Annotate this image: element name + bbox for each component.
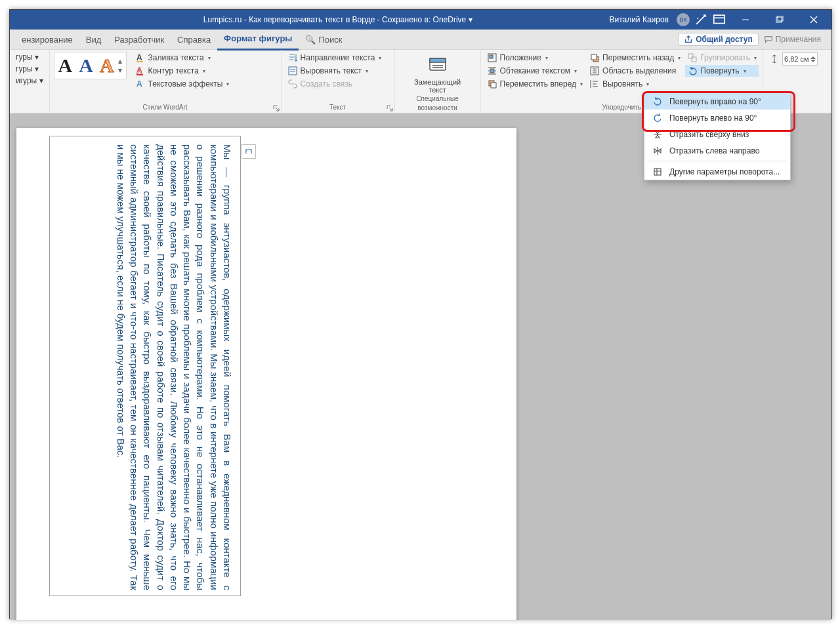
text-fill-button[interactable]: AЗаливка текста▾	[133, 52, 232, 64]
accessibility-group-label: Специальные возможности	[399, 94, 476, 113]
flip-vertical[interactable]: Отразить сверху вниз	[644, 126, 790, 142]
shapes-btn-3[interactable]: игуры ▾	[14, 75, 45, 86]
text-direction-icon	[287, 52, 298, 63]
svg-rect-6	[136, 74, 143, 75]
text-effects-button[interactable]: AТекстовые эффекты▾	[133, 78, 232, 90]
ribbon-display-icon[interactable]	[712, 12, 726, 27]
flip-horizontal[interactable]: Отразить слева направо	[644, 142, 790, 159]
wordart-preset-2[interactable]: A	[79, 54, 93, 77]
svg-rect-8	[289, 67, 297, 75]
wrap-icon	[487, 66, 497, 76]
save-location[interactable]: - Сохранено в: OneDrive ▾	[375, 15, 472, 24]
height-spinner[interactable]	[810, 56, 816, 62]
document-area[interactable]: Мы — группа энтузиастов, одержимых идеей…	[10, 113, 831, 620]
position-label: Положение	[500, 53, 541, 62]
align-label: Выровнять	[602, 79, 642, 89]
user-avatar[interactable]: ВК	[677, 13, 690, 26]
forward-icon	[487, 79, 497, 89]
selection-label: Область выделения	[602, 66, 676, 75]
create-link-button[interactable]: Создать связь	[285, 78, 384, 90]
titlebar: Lumpics.ru - Как переворачивать текст в …	[10, 10, 831, 30]
maximize-button[interactable]	[765, 10, 795, 30]
group-text: Направление текста▾ Выровнять текст▾ Соз…	[282, 50, 395, 113]
alt-text-button[interactable]: Замещающий текст	[413, 52, 463, 94]
share-label: Общий доступ	[696, 35, 753, 44]
svg-rect-13	[490, 69, 494, 73]
tab-review[interactable]: ензирование	[15, 30, 79, 49]
text-outline-icon: A	[135, 66, 146, 76]
layout-options-button[interactable]	[242, 144, 256, 159]
text-effects-label: Текстовые эффекты	[148, 79, 223, 89]
alt-text-label: Замещающий текст	[414, 78, 461, 94]
minimize-button[interactable]	[730, 10, 761, 30]
wordart-preset-1[interactable]: A	[58, 54, 73, 77]
wrap-text-button[interactable]: Обтекание текстом▾	[485, 65, 585, 77]
backward-icon	[589, 52, 600, 63]
link-icon	[287, 79, 298, 89]
align-button[interactable]: Выровнять▾	[587, 78, 682, 90]
search-label: Поиск	[318, 35, 342, 45]
share-button[interactable]: Общий доступ	[678, 33, 759, 46]
more-rotation-options[interactable]: Другие параметры поворота...	[644, 163, 790, 180]
height-field[interactable]: 6,82 см	[767, 52, 820, 66]
page: Мы — группа энтузиастов, одержимых идеей…	[16, 128, 516, 620]
align-text-label: Выровнять текст	[301, 66, 362, 75]
svg-rect-1	[776, 17, 782, 22]
svg-rect-15	[491, 83, 496, 88]
group-wordart-styles: A A A ▴▾ AЗаливка текста▾ AКонтур текста…	[50, 50, 282, 113]
rotate-right-icon	[652, 96, 663, 107]
rotate-right-label: Повернуть вправо на 90°	[669, 97, 761, 106]
wordart-gallery[interactable]: A A A ▴▾	[54, 52, 127, 79]
text-box-shape[interactable]: Мы — группа энтузиастов, одержимых идеей…	[49, 136, 241, 596]
user-name[interactable]: Виталий Каиров	[609, 15, 669, 24]
text-outline-button[interactable]: AКонтур текста▾	[133, 65, 232, 77]
svg-rect-12	[490, 55, 493, 58]
shapes-btn-1[interactable]: гуры ▾	[14, 52, 45, 62]
close-button[interactable]	[799, 10, 829, 30]
text-fill-label: Заливка текста	[148, 53, 204, 62]
tab-view[interactable]: Вид	[79, 30, 108, 49]
flip-v-icon	[652, 129, 663, 140]
shapes-btn-2[interactable]: гуры ▾	[14, 64, 45, 74]
wordart-dialog-launcher[interactable]	[273, 105, 280, 111]
send-backward-button[interactable]: Переместить назад▾	[587, 52, 682, 64]
text-dialog-launcher[interactable]	[387, 105, 393, 111]
align-text-button[interactable]: Выровнять текст▾	[285, 65, 384, 77]
svg-rect-10	[430, 58, 446, 62]
tab-developer[interactable]: Разработчик	[108, 30, 171, 49]
rotate-label: Повернуть	[700, 66, 739, 75]
ribbon-tabs: ензирование Вид Разработчик Справка Форм…	[10, 30, 831, 50]
text-direction-button[interactable]: Направление текста▾	[285, 52, 384, 64]
rotate-menu: Повернуть вправо на 90° Повернуть влево …	[644, 92, 791, 180]
svg-text:A: A	[136, 53, 142, 62]
rotate-button[interactable]: Повернуть▾	[685, 65, 759, 77]
rotate-right-90[interactable]: Повернуть вправо на 90°	[644, 93, 790, 110]
tab-shape-format[interactable]: Формат фигуры	[217, 29, 299, 51]
group-icon	[687, 52, 698, 63]
rotate-icon	[687, 66, 698, 76]
svg-rect-4	[136, 61, 143, 62]
rotate-left-90[interactable]: Повернуть влево на 90°	[644, 110, 790, 126]
selection-pane-button[interactable]: Область выделения	[587, 65, 682, 77]
wordart-preset-3[interactable]: A	[100, 54, 114, 77]
comments-button[interactable]: Примечания	[759, 33, 826, 45]
magic-icon[interactable]	[694, 12, 708, 27]
alt-text-icon	[427, 54, 448, 75]
group-button[interactable]: Группировать▾	[685, 52, 759, 64]
text-direction-label: Направление текста	[301, 53, 375, 62]
bring-forward-button[interactable]: Переместить вперед▾	[485, 78, 585, 90]
position-button[interactable]: Положение▾	[485, 52, 585, 64]
group-insert-shapes: гуры ▾ гуры ▾ игуры ▾	[10, 50, 50, 113]
flip-h-label: Отразить слева направо	[669, 146, 759, 155]
search-box[interactable]: 🔍 Поиск	[299, 30, 348, 49]
search-icon: 🔍	[305, 35, 316, 45]
document-name: Lumpics.ru - Как переворачивать текст в …	[203, 15, 375, 24]
gallery-scroll[interactable]: ▴▾	[118, 56, 122, 75]
tab-help[interactable]: Справка	[171, 30, 217, 49]
svg-rect-21	[654, 169, 661, 175]
forward-label: Переместить вперед	[500, 79, 576, 89]
height-icon	[769, 54, 780, 64]
align-icon	[589, 79, 600, 89]
text-fill-icon: A	[135, 52, 146, 63]
flip-h-icon	[652, 146, 663, 156]
